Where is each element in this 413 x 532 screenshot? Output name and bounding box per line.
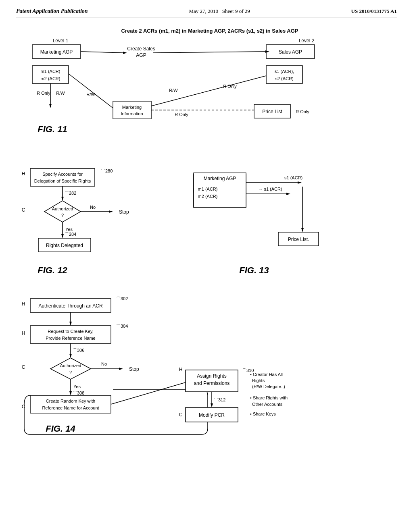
fig14-h1: H bbox=[22, 301, 25, 307]
fig14-question: ? bbox=[69, 370, 72, 375]
bullet1c: (R/W Delegate..) bbox=[252, 384, 285, 389]
price-list-label: Price List bbox=[262, 109, 282, 114]
svg-rect-11 bbox=[113, 101, 151, 119]
fig14-auth-label: Authorized bbox=[60, 363, 81, 368]
fig13-price-list: Price List. bbox=[288, 237, 309, 242]
fig14-label: FIG. 14 bbox=[46, 424, 75, 434]
m2-acr-label: m2 (ACR) bbox=[41, 76, 60, 81]
sheet: Sheet 9 of 29 bbox=[222, 8, 250, 14]
fig13-s1-arrow-label: → s1 (ACR) bbox=[258, 187, 282, 191]
ref312: ⌒312 bbox=[214, 397, 225, 402]
level1-label: Level 1 bbox=[53, 38, 69, 44]
fig13-m2-l: m2 (ACR) bbox=[198, 194, 218, 199]
r-only-right: R Only bbox=[296, 109, 309, 114]
fig12-13-row: H Specify Accounts for Delegation of Spe… bbox=[16, 150, 397, 279]
svg-marker-31 bbox=[298, 181, 302, 184]
fig13-m1-l: m1 (ACR) bbox=[198, 187, 218, 191]
svg-line-14 bbox=[151, 76, 266, 106]
rw-top: R/W bbox=[169, 88, 178, 93]
assign-rights-label2: and Permissions bbox=[194, 380, 230, 386]
bullet2: • Share Rights with bbox=[250, 395, 288, 400]
r-only-mid: R Only bbox=[223, 84, 237, 89]
page: Patent Application Publication May 27, 2… bbox=[0, 0, 413, 532]
marketing-agp-label: Marketing AGP bbox=[40, 49, 73, 55]
svg-marker-23 bbox=[61, 234, 64, 238]
svg-line-2 bbox=[81, 52, 123, 53]
rw-label2: R/W bbox=[86, 92, 95, 97]
bullet1: • Creator Has All bbox=[250, 372, 283, 377]
fig13-label: FIG. 13 bbox=[239, 265, 269, 275]
fig14-h2: H bbox=[22, 330, 25, 336]
fig13-s1-text: s1 (ACR) bbox=[284, 175, 302, 180]
svg-marker-21 bbox=[109, 210, 113, 213]
s2-acr-label: s2 (ACR) bbox=[275, 76, 293, 81]
svg-marker-18 bbox=[61, 197, 64, 201]
question-mark: ? bbox=[61, 213, 64, 218]
svg-marker-37 bbox=[69, 322, 72, 326]
svg-marker-40 bbox=[69, 354, 72, 358]
request-key-label1: Request to Create Key, bbox=[48, 329, 94, 334]
level2-label: Level 2 bbox=[299, 38, 315, 44]
agp-label: AGP bbox=[136, 52, 146, 58]
m1-acr-label: m1 (ACR) bbox=[41, 69, 60, 74]
svg-marker-10 bbox=[49, 104, 52, 108]
r-only-bottom: R Only bbox=[175, 112, 188, 117]
ref304: ⌒304 bbox=[116, 324, 128, 328]
ref282: ⌒282 bbox=[65, 191, 76, 195]
fig14-yes: Yes bbox=[73, 384, 81, 389]
request-key-label2: Provide Reference Name bbox=[46, 336, 96, 341]
fig11-label: FIG. 11 bbox=[38, 124, 67, 134]
patent-number: US 2010/0131775 A1 bbox=[351, 8, 397, 15]
svg-marker-43 bbox=[119, 368, 123, 370]
fig13-svg: Marketing AGP m1 (ACR) m1 (ACR) m2 (ACR)… bbox=[173, 150, 375, 279]
sheet-info: May 27, 2010 Sheet 9 of 29 bbox=[189, 8, 250, 15]
no-label: No bbox=[90, 205, 96, 210]
fig14-no: No bbox=[101, 362, 107, 366]
r-only-left: R Only bbox=[37, 91, 50, 96]
fig11-title: Create 2 ACRs (m1, m2) in Marketing AGP,… bbox=[121, 28, 298, 34]
ref308: ⌒308 bbox=[73, 391, 84, 395]
fig14-c3: C bbox=[179, 412, 183, 418]
fig14-area: H Authenticate Through an ACR ⌒302 H Req… bbox=[16, 291, 397, 436]
yes-label: Yes bbox=[65, 227, 73, 232]
svg-line-12 bbox=[69, 74, 113, 108]
authorized-label: Authorized bbox=[52, 206, 73, 211]
svg-rect-16 bbox=[30, 168, 95, 186]
sales-agp-label: Sales AGP bbox=[279, 49, 302, 55]
specify-label1: Specify Accounts for bbox=[42, 172, 83, 177]
fig14-stop: Stop bbox=[129, 366, 139, 372]
svg-marker-3 bbox=[123, 52, 127, 54]
svg-marker-33 bbox=[301, 228, 304, 232]
rights-delegated-label: Rights Delegated bbox=[46, 243, 83, 248]
s1-acr-label: s1 (ACR), bbox=[275, 69, 294, 74]
date: May 27, 2010 bbox=[189, 8, 218, 14]
svg-line-5 bbox=[153, 52, 265, 53]
rw-label: R/W bbox=[56, 91, 65, 96]
fig14-c2: C bbox=[22, 404, 25, 409]
marketing-info-label2: Information bbox=[121, 111, 143, 116]
ref306: ⌒306 bbox=[73, 348, 84, 353]
marketing-info-label1: Marketing bbox=[122, 105, 142, 110]
page-header: Patent Application Publication May 27, 2… bbox=[16, 8, 397, 17]
ref280: ⌒280 bbox=[101, 168, 113, 173]
publication-title: Patent Application Publication bbox=[16, 8, 88, 15]
fig14-c1: C bbox=[22, 364, 25, 370]
fig13-mktg-agp: Marketing AGP bbox=[204, 176, 236, 181]
authenticate-label: Authenticate Through an ACR bbox=[38, 303, 103, 309]
stop-label: Stop bbox=[119, 209, 129, 215]
fig12-c1: C bbox=[22, 207, 25, 213]
fig11-container: Create 2 ACRs (m1, m2) in Marketing AGP,… bbox=[16, 25, 397, 138]
fig12-label: FIG. 12 bbox=[38, 265, 67, 275]
create-sales-label: Create Sales bbox=[127, 46, 155, 52]
bullet2b: Other Accounts bbox=[252, 402, 283, 407]
svg-marker-28 bbox=[286, 193, 290, 195]
bullet1b: Rights bbox=[252, 378, 265, 383]
svg-rect-38 bbox=[30, 326, 111, 343]
svg-marker-45 bbox=[69, 391, 72, 395]
fig11-svg: Create 2 ACRs (m1, m2) in Marketing AGP,… bbox=[16, 25, 403, 138]
fig14-svg: H Authenticate Through an ACR ⌒302 H Req… bbox=[16, 291, 403, 436]
create-random-label2: Reference Name for Account bbox=[42, 405, 99, 410]
svg-marker-51 bbox=[211, 403, 213, 407]
modify-pcr-label: Modify PCR bbox=[199, 412, 225, 418]
figures-area: Create 2 ACRs (m1, m2) in Marketing AGP,… bbox=[16, 25, 397, 436]
